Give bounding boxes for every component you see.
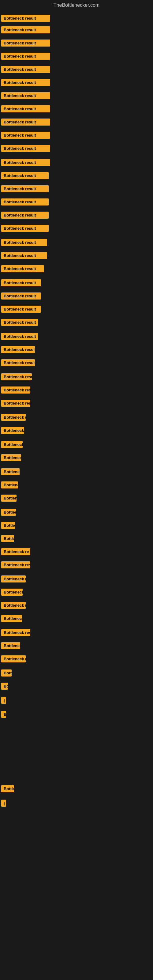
bottleneck-bar[interactable]: Bo xyxy=(1,682,8,690)
bottleneck-row: Bottleneck result xyxy=(1,359,35,368)
bottleneck-row: Bott xyxy=(1,670,12,678)
bottleneck-bar[interactable]: Bottleneck result xyxy=(1,239,47,246)
bottleneck-bar[interactable]: Bottleneck r xyxy=(1,576,26,582)
bottleneck-row: Bottleneck result xyxy=(1,441,22,449)
bottleneck-bar[interactable]: Bottleneck result xyxy=(1,145,50,152)
bottleneck-row: Bottleneck result xyxy=(1,400,30,408)
bottleneck-bar[interactable]: Bottleneck re xyxy=(1,548,30,555)
bottleneck-row: Bottleneck result xyxy=(1,26,50,35)
bottleneck-row: Bottleneck result xyxy=(1,52,50,61)
bottleneck-bar[interactable]: Bottleneck result xyxy=(1,509,16,516)
bottleneck-bar[interactable]: Bottleneck result xyxy=(1,92,50,99)
bottleneck-bar[interactable]: Bottleneck result xyxy=(1,346,35,353)
bottleneck-row: Bottleneck result xyxy=(1,159,50,167)
bottleneck-row: Bottleneck result xyxy=(1,373,32,382)
bottleneck-bar[interactable]: Bottleneck result xyxy=(1,333,38,340)
bottleneck-bar[interactable]: Bottleneck result xyxy=(1,252,47,259)
bottleneck-bar[interactable]: Bottleneck result xyxy=(1,132,50,139)
bottleneck-bar[interactable]: Bottleneck result xyxy=(1,293,41,299)
bottleneck-bar[interactable]: Bottlenec xyxy=(1,642,20,649)
bottleneck-bar[interactable]: Bottleneck result xyxy=(1,52,50,60)
bottleneck-bar[interactable]: Bottleneck result xyxy=(1,172,49,179)
bottleneck-row: Bottleneck result xyxy=(1,145,50,153)
bottleneck-bar[interactable]: Bottleneck result xyxy=(1,454,21,461)
bottleneck-bar[interactable]: Bottleneck result xyxy=(1,119,50,126)
bottleneck-bar[interactable]: Bottleneck r xyxy=(1,655,26,662)
bottleneck-bar[interactable]: Bottleneck result xyxy=(1,414,26,421)
bottleneck-bar[interactable]: Bottleneck result xyxy=(1,199,49,205)
bottleneck-bar[interactable]: Bottleneck result xyxy=(1,427,24,434)
bottleneck-bar[interactable]: Bottleneck result xyxy=(1,373,32,380)
bottleneck-row: Bottleneck result xyxy=(1,319,38,327)
bottleneck-row: Bottleneck result xyxy=(1,468,19,477)
bottleneck-bar[interactable]: | xyxy=(1,800,6,807)
bottleneck-row: Bottleneck result xyxy=(1,333,38,341)
bottleneck-row: Bottleneck result xyxy=(1,522,15,530)
bottleneck-row: Bottlenec xyxy=(1,642,20,651)
bottleneck-bar[interactable]: B xyxy=(1,711,6,718)
bottleneck-bar[interactable]: Bottleneck result xyxy=(1,265,44,272)
bottleneck-row: Bottleneck result xyxy=(1,293,41,301)
bottleneck-bar[interactable]: Bottleneck result xyxy=(1,15,50,22)
bottleneck-row: Bo xyxy=(1,682,8,691)
bottleneck-bar[interactable]: Bottleneck xyxy=(1,615,22,622)
bottleneck-bar[interactable]: Bottleneck result xyxy=(1,40,50,46)
bottleneck-row: Bottleneck result xyxy=(1,495,16,503)
bottleneck-bar[interactable]: Bottleneck result xyxy=(1,319,38,326)
bottleneck-bar[interactable]: Bottleneck result xyxy=(1,387,30,393)
bottleneck-row: Bottleneck result xyxy=(1,509,16,517)
bottleneck-bar[interactable]: Bottleneck result xyxy=(1,66,50,73)
bottleneck-row: Bottle xyxy=(1,785,14,794)
bottleneck-bar[interactable]: Bottleneck result xyxy=(1,562,30,568)
bottleneck-row: Bottleneck result xyxy=(1,66,50,74)
bottleneck-bar[interactable]: Bottleneck result xyxy=(1,212,49,219)
bottleneck-row: Bottleneck result xyxy=(1,79,50,87)
bottleneck-bar[interactable]: Bottleneck result xyxy=(1,26,50,33)
bottleneck-row: Bottleneck result xyxy=(1,535,14,543)
bottleneck-bar[interactable]: Bottleneck result xyxy=(1,359,35,366)
bottleneck-row: Bottleneck result xyxy=(1,92,50,100)
bottleneck-row: Bottleneck result xyxy=(1,132,50,140)
bottleneck-bar[interactable]: Bottleneck result xyxy=(1,481,18,488)
bottleneck-bar[interactable]: Bottleneck xyxy=(1,589,22,596)
bottleneck-row: Bottleneck result xyxy=(1,239,47,247)
bottleneck-row: Bottleneck r xyxy=(1,655,26,663)
bottleneck-bar[interactable]: Bottleneck result xyxy=(1,441,22,448)
bottleneck-row: Bottleneck re xyxy=(1,548,30,557)
bottleneck-row: Bottleneck result xyxy=(1,15,50,23)
bottleneck-row: Bottleneck result xyxy=(1,387,30,395)
bottleneck-bar[interactable]: Bottleneck result xyxy=(1,535,14,542)
bottleneck-bar[interactable]: Bottleneck result xyxy=(1,185,49,192)
bottleneck-bar[interactable]: Bottleneck result xyxy=(1,495,16,502)
bottleneck-row: Bottleneck result xyxy=(1,346,35,354)
bottleneck-row: Bottleneck result xyxy=(1,481,18,490)
bottleneck-bar[interactable]: Bottleneck res xyxy=(1,629,30,636)
bottleneck-bar[interactable]: Bottleneck result xyxy=(1,522,15,529)
bottleneck-row: Bottleneck result xyxy=(1,119,50,127)
bottleneck-bar[interactable]: Bottle xyxy=(1,785,14,792)
bottleneck-bar[interactable]: Bottleneck result xyxy=(1,305,41,313)
bottleneck-row: Bottleneck result xyxy=(1,454,21,463)
bottleneck-bar[interactable]: Bott xyxy=(1,670,12,676)
bottleneck-row: Bottleneck xyxy=(1,615,22,623)
bottleneck-bar[interactable]: Bottleneck result xyxy=(1,105,50,112)
bottleneck-row: Bottleneck result xyxy=(1,279,41,288)
bottleneck-bar[interactable]: Bottleneck result xyxy=(1,468,19,475)
bottleneck-bar[interactable]: Bottleneck result xyxy=(1,400,30,407)
bottleneck-row: Bottleneck xyxy=(1,589,22,597)
bottleneck-bar[interactable]: | xyxy=(1,697,6,704)
bottleneck-row: Bottleneck result xyxy=(1,185,49,194)
bottleneck-row: Bottleneck r xyxy=(1,602,26,610)
bottleneck-bar[interactable]: Bottleneck result xyxy=(1,225,49,232)
bottleneck-row: Bottleneck result xyxy=(1,427,24,435)
bottleneck-row: Bottleneck result xyxy=(1,265,44,274)
bottleneck-row: Bottleneck r xyxy=(1,576,26,584)
bottleneck-row: Bottleneck result xyxy=(1,562,30,570)
bottleneck-row: Bottleneck result xyxy=(1,172,49,180)
bottleneck-row: Bottleneck result xyxy=(1,252,47,260)
bottleneck-bar[interactable]: Bottleneck result xyxy=(1,159,50,166)
bottleneck-bar[interactable]: Bottleneck r xyxy=(1,602,26,609)
bottleneck-bar[interactable]: Bottleneck result xyxy=(1,79,50,86)
bottleneck-row: Bottleneck result xyxy=(1,105,50,114)
bottleneck-bar[interactable]: Bottleneck result xyxy=(1,279,41,286)
